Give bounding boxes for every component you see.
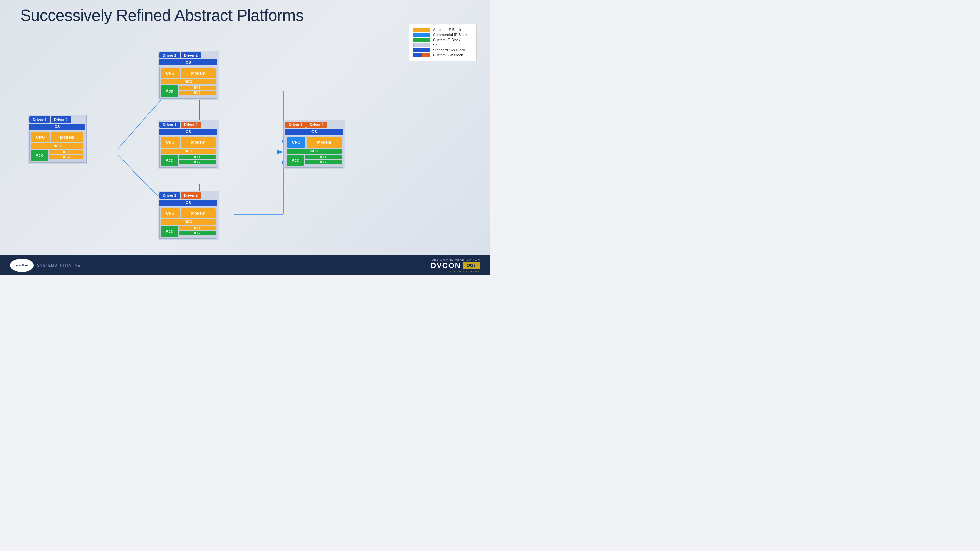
io1-center-mid: IO 1 <box>179 155 216 159</box>
driver2-center-top: Driver 2 <box>181 53 201 58</box>
driver2-center-bot: Driver 2 <box>181 193 201 199</box>
io2-center-mid: IO 2 <box>179 160 216 164</box>
io1-center-bot: IO 1 <box>179 226 216 230</box>
acc-io-center-top: Acc IO 1 IO 2 <box>161 85 216 97</box>
io2-center-top: IO 2 <box>179 91 216 95</box>
footer: accellera SYSTEMS INITIATIVE DESIGN AND … <box>0 255 490 276</box>
modem-center-mid: Modem <box>181 137 216 148</box>
acc-right: Acc <box>287 154 304 166</box>
custom-sw-color <box>414 53 430 57</box>
os-right: OS <box>285 129 343 135</box>
platform-center-mid: Driver 1 Driver 2 OS CPU Modem NOC Acc I… <box>158 120 219 169</box>
acc-center-mid: Acc <box>161 154 178 166</box>
modem-center-bot: Modem <box>181 208 216 218</box>
legend-item: SoC <box>414 43 472 47</box>
cpu-right: CPU <box>287 137 305 148</box>
acc-io-right: Acc IO 1 IO 2 <box>287 154 342 166</box>
legend-item: Standard SW Block <box>414 48 472 52</box>
io-stack-right: IO 1 IO 2 <box>305 154 342 165</box>
noc-center-mid: NOC <box>161 148 216 154</box>
acc-left: Acc <box>31 150 48 161</box>
acc-center-top: Acc <box>161 85 178 97</box>
legend-item: Custom SW Block <box>414 53 472 57</box>
os-center-mid: OS <box>159 129 217 135</box>
main-container: Successively Refined Abstract Platforms … <box>0 0 490 276</box>
cpu-left: CPU <box>31 132 49 142</box>
io2-center-bot: IO 2 <box>179 231 216 235</box>
driver-bar-center-mid: Driver 1 Driver 2 <box>159 121 217 127</box>
acc-io-center-bot: Acc IO 1 IO 2 <box>161 226 216 237</box>
driver1-center-mid: Driver 1 <box>159 121 180 127</box>
platform-center-top: Driver 1 Driver 2 OS CPU Modem NOC Acc I… <box>158 51 219 100</box>
io1-right: IO 1 <box>305 155 342 159</box>
driver-bar-center-bot: Driver 1 Driver 2 <box>159 193 217 199</box>
cpu-center-top: CPU <box>161 68 180 78</box>
driver2-center-mid: Driver 2 <box>181 121 201 127</box>
modem-center-top: Modem <box>181 68 216 78</box>
io2-left: IO 2 <box>49 155 83 159</box>
io1-center-top: IO 1 <box>179 86 216 90</box>
driver2-left: Driver 2 <box>51 116 71 123</box>
driver1-right: Driver 1 <box>285 121 306 127</box>
noc-center-bot: NOC <box>161 220 216 225</box>
cpu-center-bot: CPU <box>161 208 180 218</box>
soc-center-mid: CPU Modem NOC Acc IO 1 IO 2 <box>159 136 217 168</box>
io-stack-center-top: IO 1 IO 2 <box>179 85 216 96</box>
dvcon-subtitle-text: UNITED STATES <box>450 270 480 273</box>
abstract-ip-color <box>414 28 430 32</box>
io1-left: IO 1 <box>49 150 83 154</box>
driver2-right: Driver 2 <box>306 121 327 127</box>
standard-sw-color <box>414 48 430 52</box>
modem-right: Modem <box>307 137 342 148</box>
legend-label: Abstract IP Block <box>433 28 461 32</box>
footer-logo: accellera SYSTEMS INITIATIVE <box>10 259 80 272</box>
io-stack-center-mid: IO 1 IO 2 <box>179 154 216 165</box>
custom-ip-color <box>414 38 430 42</box>
driver1-center-bot: Driver 1 <box>159 193 180 199</box>
accellera-logo: accellera <box>10 259 34 272</box>
cpu-modem-row-center-bot: CPU Modem <box>161 208 216 218</box>
legend-item: Commercial IP Block <box>414 33 472 37</box>
acc-io-center-mid: Acc IO 1 IO 2 <box>161 154 216 166</box>
cpu-modem-row-center-top: CPU Modem <box>161 68 216 78</box>
acc-io-left: Acc IO 1 IO 2 <box>31 150 83 161</box>
commercial-ip-color <box>414 33 430 37</box>
driver-bar-center-top: Driver 1 Driver 2 <box>159 53 217 58</box>
modem-left: Modem <box>51 132 83 142</box>
cpu-modem-row-left: CPU Modem <box>31 132 83 142</box>
dvcon-name-text: DVCON <box>431 261 461 270</box>
legend-item: Custom IP Block <box>414 38 472 42</box>
noc-right: NOC <box>287 148 342 154</box>
legend-label: Standard SW Block <box>433 48 465 52</box>
soc-left: CPU Modem NOC Acc IO 1 IO 2 <box>29 131 85 163</box>
legend: Abstract IP Block Commercial IP Block Cu… <box>409 24 477 61</box>
legend-label: Custom IP Block <box>433 38 460 42</box>
soc-center-top: CPU Modem NOC Acc IO 1 IO 2 <box>159 67 217 99</box>
legend-item: Abstract IP Block <box>414 28 472 32</box>
platform-right: Driver 1 Driver 2 OS CPU Modem NOC Acc I… <box>283 120 345 169</box>
driver1-left: Driver 1 <box>29 116 50 123</box>
dvcon-logo: DESIGN AND VERIFICATION DVCON 2022 UNITE… <box>431 258 480 273</box>
io-stack-left: IO 1 IO 2 <box>49 150 83 160</box>
cpu-modem-row-right: CPU Modem <box>287 137 342 148</box>
os-center-bot: OS <box>159 199 217 205</box>
systems-initiative-text: SYSTEMS INITIATIVE <box>37 263 80 268</box>
driver1-center-top: Driver 1 <box>159 53 180 58</box>
cpu-modem-row-center-mid: CPU Modem <box>161 137 216 148</box>
driver-bar-right: Driver 1 Driver 2 <box>285 121 343 127</box>
soc-center-bot: CPU Modem NOC Acc IO 1 IO 2 <box>159 207 217 239</box>
io-stack-center-bot: IO 1 IO 2 <box>179 226 216 236</box>
noc-center-top: NOC <box>161 80 216 84</box>
driver-bar-left: Driver 1 Driver 2 <box>29 116 85 123</box>
os-left: OS <box>29 124 85 130</box>
legend-label: SoC <box>433 43 440 47</box>
platform-center-bot: Driver 1 Driver 2 OS CPU Modem NOC Acc I… <box>158 191 219 240</box>
dvcon-year: 2022 <box>463 262 480 269</box>
page-title: Successively Refined Abstract Platforms <box>20 6 304 25</box>
io2-right: IO 2 <box>305 160 342 164</box>
acc-center-bot: Acc <box>161 226 178 237</box>
cpu-center-mid: CPU <box>161 137 180 148</box>
legend-label: Commercial IP Block <box>433 33 468 37</box>
dvcon-title-text: DESIGN AND VERIFICATION <box>432 258 480 261</box>
soc-color <box>414 43 430 47</box>
